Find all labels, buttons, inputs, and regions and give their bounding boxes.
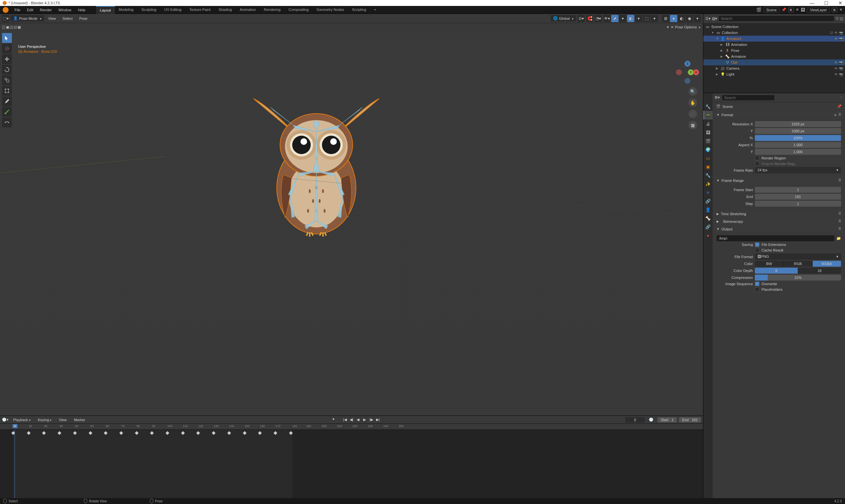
menu-render[interactable]: Render xyxy=(37,7,54,13)
frame-lock-icon[interactable]: 🕐 xyxy=(649,417,653,422)
keyframe[interactable] xyxy=(27,431,30,435)
preset-icon[interactable]: ≡ xyxy=(834,113,837,117)
tree-row-armature[interactable]: ▼👤Armature👁📷 xyxy=(703,36,845,41)
panel-timestretch-header[interactable]: ▶ Time Stretching ⠿ xyxy=(714,210,844,217)
ptab-viewlayer[interactable]: 🖼 xyxy=(703,128,712,137)
eye-icon[interactable]: 👁 xyxy=(834,67,838,70)
render-icon[interactable]: 📷 xyxy=(839,73,843,76)
keyframe[interactable] xyxy=(135,431,138,435)
keyframe[interactable] xyxy=(11,431,15,435)
camera-view-icon[interactable]: 🎥 xyxy=(688,110,697,118)
field-output-path[interactable]: /tmp\ xyxy=(717,235,834,241)
ptab-world[interactable]: 🌍 xyxy=(703,145,712,154)
chk-render-region[interactable] xyxy=(755,156,759,160)
tree-row-owl[interactable]: ▽Owl👁📷 xyxy=(703,59,845,65)
keyframe[interactable] xyxy=(88,431,92,435)
gizmo-dropdown-icon[interactable]: ▾ xyxy=(619,15,627,22)
eye-icon[interactable]: 👁 xyxy=(834,31,838,35)
keyframe[interactable] xyxy=(274,431,277,435)
workspace-texture[interactable]: Texture Paint xyxy=(185,6,214,14)
outliner-type-icon[interactable]: ☰▾ xyxy=(705,17,710,21)
tl-keying-menu[interactable]: Keying xyxy=(35,417,54,423)
tool-cursor[interactable] xyxy=(2,43,12,53)
pin-icon[interactable]: 📌 xyxy=(837,104,842,109)
axis-x[interactable]: X xyxy=(693,69,699,75)
play-icon[interactable]: ▶ xyxy=(362,417,368,423)
field-frameend[interactable]: 181 xyxy=(755,194,841,200)
close-panel-icon[interactable]: ✕ xyxy=(671,25,674,29)
tool-annotate[interactable] xyxy=(2,96,12,106)
autokey-icon[interactable]: ● xyxy=(332,417,334,423)
menu-edit[interactable]: Edit xyxy=(24,7,36,13)
keyframe[interactable] xyxy=(42,431,46,435)
checkbox-icon[interactable]: ☑ xyxy=(830,31,833,35)
keyframe[interactable] xyxy=(212,431,215,435)
field-aspecty[interactable]: 1.000 xyxy=(755,149,841,155)
chk-crop-region[interactable] xyxy=(755,161,759,166)
field-framestart[interactable]: 1 xyxy=(755,187,841,193)
viewlayer-selector[interactable]: ViewLayer xyxy=(807,7,830,13)
workspace-rendering[interactable]: Rendering xyxy=(260,6,285,14)
ptab-physics[interactable]: ⚛ xyxy=(703,188,712,197)
tree-toggle-icon[interactable]: ▶ xyxy=(716,67,719,70)
scene-pin-icon[interactable]: 📌 xyxy=(781,7,786,12)
select-mode-5-icon[interactable]: ▦ xyxy=(18,25,21,29)
pose-options-dropdown[interactable]: Pose Options xyxy=(675,25,700,29)
panel-framerange-header[interactable]: ▼ Frame Range ⠿ xyxy=(714,177,844,184)
eye-icon[interactable]: 👁 xyxy=(834,73,838,76)
render-icon[interactable]: 📷 xyxy=(839,31,843,35)
outliner-filter-icon[interactable]: ▽ xyxy=(836,17,839,21)
axis-neg-x[interactable] xyxy=(676,69,682,75)
menu-file[interactable]: File xyxy=(12,7,23,13)
drag-icon[interactable]: ⠿ xyxy=(839,227,841,231)
field-fileformat[interactable]: 🖼 PNG▾ xyxy=(755,253,841,260)
ptab-constraints[interactable]: 🔗 xyxy=(703,197,712,205)
keyframe[interactable] xyxy=(119,431,123,435)
overlay-dropdown-icon[interactable]: ▾ xyxy=(635,15,642,22)
tool-rotate[interactable] xyxy=(2,65,12,75)
axis-neg-z[interactable] xyxy=(685,78,690,84)
render-icon[interactable]: 📷 xyxy=(839,67,843,70)
keyframe[interactable] xyxy=(196,431,200,435)
chk-placeholders[interactable] xyxy=(755,287,759,292)
tree-toggle-icon[interactable]: ▶ xyxy=(721,55,724,58)
field-framerate[interactable]: 24 fps▾ xyxy=(755,167,841,173)
select-mode-2-icon[interactable]: ▣ xyxy=(6,25,9,29)
timeline-ruler[interactable]: 0 01020304050607080901001101201301401501… xyxy=(0,424,703,430)
workspace-animation[interactable]: Animation xyxy=(236,6,260,14)
minimize-button[interactable]: — xyxy=(810,0,814,6)
mode-selector[interactable]: 👤 Pose Mode xyxy=(11,15,44,21)
keyframe[interactable] xyxy=(104,431,108,435)
jump-end-icon[interactable]: ▶| xyxy=(375,417,381,423)
xray-dropdown-icon[interactable]: ▾ xyxy=(651,15,658,22)
ptab-tool[interactable]: 🔧 xyxy=(703,102,712,111)
ptab-output[interactable]: 🖨 xyxy=(703,120,712,128)
viewport-3d[interactable]: User Perspective (0) Armature : Bone.010 xyxy=(0,31,703,416)
color-bw[interactable]: BW xyxy=(755,261,784,267)
blender-logo-icon[interactable] xyxy=(3,7,8,13)
render-icon[interactable]: 📷 xyxy=(839,61,843,65)
start-frame-field[interactable]: Start 1 xyxy=(657,417,677,422)
zoom-icon[interactable]: 🔍 xyxy=(688,87,697,96)
timeline-editor-type-icon[interactable]: 🕐▾ xyxy=(2,417,8,422)
mirror-icon[interactable]: ✦ xyxy=(666,25,669,29)
pivot-icon[interactable]: ⊙▾ xyxy=(578,15,585,22)
compression-slider[interactable]: 15% xyxy=(755,275,841,281)
outliner-display-icon[interactable]: ▥▾ xyxy=(712,17,717,21)
color-rgba[interactable]: RGBA xyxy=(813,261,841,267)
playhead[interactable] xyxy=(15,430,15,498)
vp-menu-view[interactable]: View xyxy=(46,16,59,21)
keyframe[interactable] xyxy=(73,431,76,435)
close-button[interactable]: ✕ xyxy=(839,0,842,6)
field-resx[interactable]: 1920 px xyxy=(755,121,841,127)
maximize-button[interactable]: ☐ xyxy=(824,0,828,6)
perspective-icon[interactable]: ▦ xyxy=(688,121,697,129)
pan-icon[interactable]: ✋ xyxy=(688,98,697,107)
tree-row-animation[interactable]: ▶🎞Animation xyxy=(703,41,845,48)
tree-toggle-icon[interactable]: ▶ xyxy=(721,49,724,52)
ptab-material[interactable]: ● xyxy=(703,231,712,240)
vp-menu-select[interactable]: Select xyxy=(60,16,75,21)
tree-row-collection[interactable]: ▼▭Collection☑👁📷 xyxy=(703,30,845,36)
tree-row-camera[interactable]: ▶🎥Camera👁📷 xyxy=(703,65,845,71)
eye-icon[interactable]: 👁 xyxy=(834,61,838,65)
